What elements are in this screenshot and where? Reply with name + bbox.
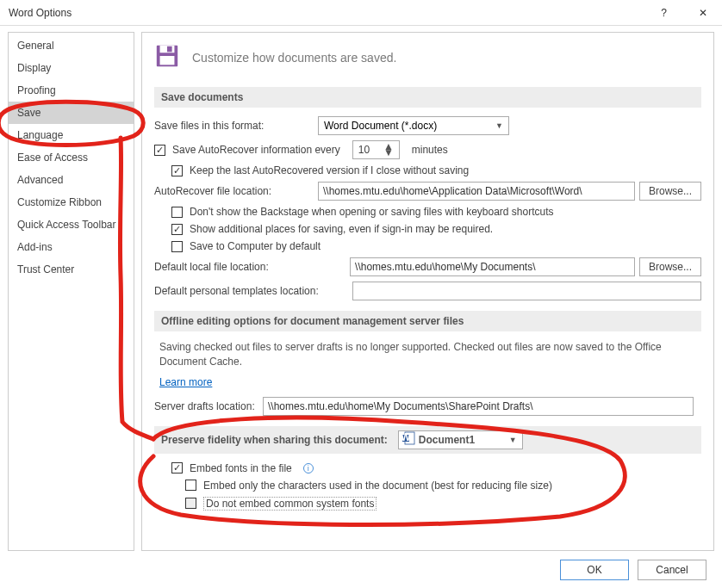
browse-button[interactable]: Browse... [639,182,701,201]
browse-button[interactable]: Browse... [639,257,701,276]
sidebar-item-proofing[interactable]: Proofing [9,79,134,102]
keep-last-label: Keep the last AutoRecovered version if I… [190,164,469,176]
save-format-select[interactable]: Word Document (*.docx)▼ [318,116,509,135]
sidebar-item-language[interactable]: Language [9,124,134,146]
embed-fonts-checkbox[interactable] [171,462,183,473]
default-local-label: Default local file location: [154,261,350,273]
autorecover-label: Save AutoRecover information every [172,144,340,156]
ok-button[interactable]: OK [560,560,629,580]
save-to-computer-checkbox[interactable] [171,241,183,252]
info-icon[interactable]: i [303,463,314,473]
sidebar-item-display[interactable]: Display [9,57,134,79]
sidebar-item-customize-ribbon[interactable]: Customize Ribbon [9,191,134,214]
sidebar-item-quick-access-toolbar[interactable]: Quick Access Toolbar [9,214,134,236]
offline-description: Saving checked out files to server draft… [159,340,696,369]
sidebar-item-advanced[interactable]: Advanced [9,169,134,191]
sidebar-item-trust-center[interactable]: Trust Center [9,258,134,281]
autorecover-location-label: AutoRecover file location: [154,185,318,197]
embed-fonts-label: Embed fonts in the file [190,462,292,474]
sidebar-item-ease-of-access[interactable]: Ease of Access [9,146,134,169]
sidebar-item-add-ins[interactable]: Add-ins [9,236,134,258]
svg-text:W: W [401,431,411,443]
embed-chars-label: Embed only the characters used in the do… [203,480,552,492]
no-common-fonts-label: Do not embed common system fonts [203,497,377,511]
section-offline-editing: Offline editing options for document man… [154,311,701,331]
close-button[interactable]: ✕ [683,0,722,26]
server-drafts-label: Server drafts location: [154,400,263,412]
save-to-computer-label: Save to Computer by default [190,240,321,252]
show-additional-checkbox[interactable] [171,224,183,235]
chevron-down-icon: ▼ [495,121,503,130]
section-preserve-fidelity: Preserve fidelity when sharing this docu… [154,426,701,454]
format-label: Save files in this format: [154,120,318,132]
section-save-documents: Save documents [154,87,701,108]
default-local-input[interactable]: \\homes.mtu.edu\home\My Documents\ [350,257,635,276]
minutes-label: minutes [412,144,448,156]
sidebar-item-general[interactable]: General [9,34,134,57]
sidebar-item-save[interactable]: Save [9,102,134,124]
autorecover-location-input[interactable]: \\homes.mtu.edu\home\Application Data\Mi… [318,182,635,201]
svg-rect-2 [167,46,172,53]
page-subtitle: Customize how documents are saved. [192,51,396,65]
autorecover-minutes-select[interactable]: 10 ▲▼ [352,140,400,159]
embed-chars-checkbox[interactable] [185,480,196,491]
svg-rect-3 [160,56,175,65]
chevron-down-icon: ▼ [509,436,517,444]
dont-show-backstage-label: Don't show the Backstage when opening or… [190,206,554,218]
default-templates-label: Default personal templates location: [154,285,352,297]
show-additional-label: Show additional places for saving, even … [190,223,493,235]
cancel-button[interactable]: Cancel [638,560,706,580]
window-title: Word Options [9,7,644,19]
fidelity-document-select[interactable]: W Document1 ▼ [398,430,523,449]
word-doc-icon: W [401,431,415,448]
main-panel: Customize how documents are saved. Save … [141,32,714,551]
keep-last-checkbox[interactable] [171,165,183,176]
no-common-fonts-checkbox[interactable] [185,498,196,509]
server-drafts-input[interactable]: \\homes.mtu.edu\home\My Documents\ShareP… [263,397,694,416]
learn-more-link[interactable]: Learn more [159,376,212,388]
titlebar: Word Options ? ✕ [0,0,722,26]
dialog-footer: OK Cancel [0,551,722,588]
dont-show-backstage-checkbox[interactable] [171,207,183,218]
help-button[interactable]: ? [644,0,683,26]
sidebar: General Display Proofing Save Language E… [8,32,134,551]
default-templates-input[interactable] [352,282,701,300]
autorecover-checkbox[interactable] [154,145,165,156]
save-icon [154,43,180,71]
